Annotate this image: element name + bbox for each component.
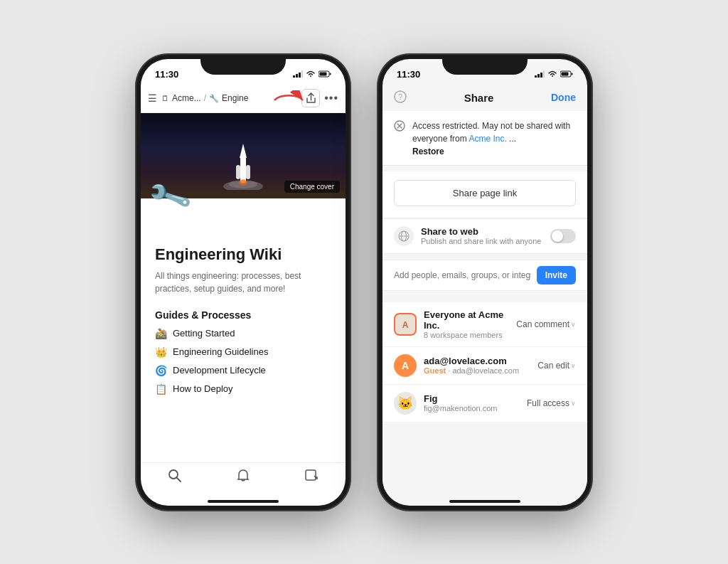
permission-fig[interactable]: Full access ∨ <box>527 398 576 408</box>
signal-icon-right <box>535 70 545 79</box>
invite-input[interactable] <box>394 270 531 280</box>
person-row-fig: 🐱 Fig fig@makenotion.com Full access ∨ <box>382 385 587 422</box>
guide-item-4[interactable]: 📋 How to Deploy <box>155 383 331 395</box>
access-warning: Access restricted. May not be shared wit… <box>382 111 587 166</box>
svg-rect-26 <box>562 72 569 75</box>
guide-item-1[interactable]: 🚵 Getting Started <box>155 328 331 339</box>
notifications-tab[interactable] <box>236 469 250 483</box>
person-email-ada: ada@lovelace.com <box>452 366 519 375</box>
person-sub-fig: fig@makenotion.com <box>424 404 520 413</box>
svg-rect-1 <box>296 74 298 78</box>
page-description: All things engineering: processes, best … <box>155 270 331 295</box>
share-to-web-sub: Publish and share link with anyone <box>421 237 543 245</box>
nav-bar-left: ☰ 🗒 Acme... / 🔧 Engine <box>141 85 346 113</box>
guide-icon-4: 📋 <box>155 383 167 395</box>
svg-rect-21 <box>537 74 540 78</box>
time-left: 11:30 <box>155 69 178 80</box>
change-cover-button[interactable]: Change cover <box>284 181 340 193</box>
share-to-web-row: Share to web Publish and share link with… <box>382 218 587 254</box>
menu-icon[interactable]: ☰ <box>148 92 157 104</box>
guide-item-2[interactable]: 👑 Engineering Guidelines <box>155 346 331 358</box>
acme-link[interactable]: Acme Inc. <box>469 134 506 144</box>
wifi-icon <box>306 70 316 79</box>
guide-label-2: Engineering Guidelines <box>173 346 268 357</box>
restore-button[interactable]: Restore <box>412 147 576 156</box>
share-to-web-title: Share to web <box>421 226 543 237</box>
chevron-icon-fig: ∨ <box>571 400 576 407</box>
guide-label-4: How to Deploy <box>173 383 233 394</box>
engineering-label[interactable]: Engine <box>222 93 248 103</box>
people-list: A Everyone at Acme Inc. 8 workspace memb… <box>382 302 587 422</box>
status-icons-left <box>293 70 331 79</box>
svg-rect-3 <box>301 70 303 78</box>
share-to-web-text: Share to web Publish and share link with… <box>421 226 543 245</box>
permission-label-acme: Can comment <box>516 319 569 329</box>
share-link-section: Share page link <box>382 171 587 218</box>
invite-section: Invite <box>382 260 587 291</box>
guide-icon-1: 🚵 <box>155 328 167 339</box>
battery-icon <box>318 70 331 79</box>
warning-text: Access restricted. May not be shared wit… <box>412 119 576 145</box>
svg-rect-22 <box>540 73 542 78</box>
person-info-acme: Everyone at Acme Inc. 8 workspace member… <box>424 309 509 339</box>
page-content: Change cover 🔧 Engineering Wiki All thin… <box>141 113 346 462</box>
done-button[interactable]: Done <box>551 92 576 103</box>
left-phone: 11:30 <box>136 55 350 510</box>
share-to-web-toggle[interactable] <box>550 229 576 243</box>
search-tab[interactable] <box>168 469 182 483</box>
right-phone: 11:30 <box>378 55 592 510</box>
tab-bar <box>141 462 346 491</box>
svg-point-15 <box>239 180 247 186</box>
more-button[interactable]: ••• <box>324 92 338 105</box>
guide-icon-2: 👑 <box>155 346 167 358</box>
svg-rect-13 <box>246 165 250 179</box>
engineering-page-icon: 🔧 <box>209 94 219 103</box>
wrench-container: 🔧 <box>141 198 346 220</box>
svg-rect-12 <box>236 165 240 179</box>
person-info-fig: Fig fig@makenotion.com <box>424 393 520 413</box>
guide-icon-3: 🌀 <box>155 365 167 376</box>
svg-rect-0 <box>293 75 295 78</box>
battery-icon-right <box>560 70 573 79</box>
breadcrumb-separator: / <box>204 93 206 103</box>
guide-list: 🚵 Getting Started 👑 Engineering Guidelin… <box>155 328 331 395</box>
svg-rect-10 <box>240 154 246 183</box>
share-header: ? Share Done <box>382 85 587 111</box>
svg-line-17 <box>177 478 181 481</box>
svg-rect-18 <box>306 470 316 480</box>
svg-rect-5 <box>330 73 331 75</box>
svg-rect-23 <box>543 70 545 78</box>
invite-button[interactable]: Invite <box>537 266 576 284</box>
chevron-icon-ada: ∨ <box>571 362 576 369</box>
avatar-acme: A <box>394 313 417 336</box>
svg-rect-25 <box>572 73 573 75</box>
person-row-ada: A ada@lovelace.com Guest · ada@lovelace.… <box>382 347 587 385</box>
compose-tab[interactable] <box>304 469 318 483</box>
person-row-acme: A Everyone at Acme Inc. 8 workspace memb… <box>382 302 587 347</box>
permission-ada[interactable]: Can edit ∨ <box>537 361 576 371</box>
arrow-annotation <box>273 90 309 113</box>
acme-label[interactable]: Acme... <box>172 93 201 103</box>
svg-marker-11 <box>240 144 247 158</box>
home-indicator-right <box>382 491 587 506</box>
time-right: 11:30 <box>397 69 420 80</box>
svg-text:A: A <box>402 320 409 330</box>
share-title: Share <box>464 92 494 104</box>
svg-rect-6 <box>320 72 327 75</box>
share-page-link-button[interactable]: Share page link <box>394 180 576 206</box>
status-icons-right <box>535 70 573 79</box>
guide-label-3: Development Lifecycle <box>173 365 266 376</box>
home-bar-right <box>449 500 520 503</box>
guide-item-3[interactable]: 🌀 Development Lifecycle <box>155 365 331 376</box>
permission-acme[interactable]: Can comment ∨ <box>516 319 576 329</box>
person-sub-ada: Guest · ada@lovelace.com <box>424 366 530 375</box>
help-button[interactable]: ? <box>394 90 407 105</box>
svg-point-16 <box>169 470 178 479</box>
globe-icon <box>394 226 414 246</box>
svg-text:?: ? <box>398 92 402 101</box>
person-name-acme: Everyone at Acme Inc. <box>424 309 509 331</box>
avatar-fig: 🐱 <box>394 392 417 415</box>
avatar-ada: A <box>394 354 417 377</box>
guide-label-1: Getting Started <box>173 328 235 339</box>
person-name-ada: ada@lovelace.com <box>424 356 530 366</box>
